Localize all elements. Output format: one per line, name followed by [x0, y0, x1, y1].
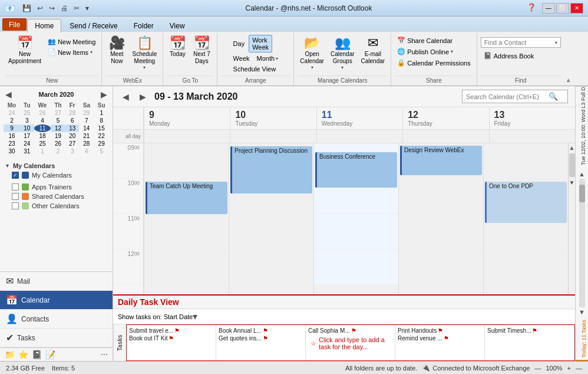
my-calendars-header[interactable]: ▼ My Calendars — [5, 161, 108, 170]
mini-cal-day-29[interactable]: 29 — [94, 140, 109, 147]
notes-icon[interactable]: 📝 — [45, 350, 55, 359]
mini-cal-day-2[interactable]: 2 — [4, 117, 20, 124]
mini-cal-day-15[interactable]: 15 — [94, 124, 109, 132]
mini-cal-day-24[interactable]: 24 — [20, 140, 34, 147]
day-button[interactable]: Day — [230, 35, 248, 53]
calendar-permissions-button[interactable]: 🔒 Calendar Permissions — [395, 58, 473, 68]
nav-mail[interactable]: ✉ Mail — [0, 272, 113, 291]
nav-calendar[interactable]: 📅 Calendar — [0, 291, 113, 310]
nav-pane-expand[interactable]: ⋯ — [101, 350, 108, 359]
apps-trainers-item[interactable]: Apps Trainers — [5, 182, 108, 192]
task-flag-call-sophia[interactable]: ⚑ — [351, 327, 356, 334]
scroll-thumb[interactable] — [569, 153, 575, 177]
mini-cal-day-1[interactable]: 1 — [94, 109, 109, 117]
task-flag-submit-travel[interactable]: ⚑ — [174, 327, 180, 334]
task-flag-book-annual[interactable]: ⚑ — [263, 327, 268, 334]
shared-calendars-checkbox[interactable] — [12, 193, 19, 200]
zoom-in-button[interactable]: + — [567, 365, 571, 372]
cal-search-box[interactable]: 🔍 — [462, 90, 568, 103]
mini-cal-day-27[interactable]: 27 — [51, 109, 65, 117]
mini-cal-day-8[interactable]: 8 — [94, 117, 109, 124]
my-calendars-checkbox[interactable] — [12, 172, 19, 179]
event-one-to-one[interactable]: One to One PDP — [485, 182, 567, 223]
rs-scroll-thumb[interactable] — [579, 185, 585, 202]
my-calendars-item[interactable]: My Calendars — [5, 170, 108, 180]
mini-cal-day-12[interactable]: 12 — [51, 124, 65, 132]
week-button[interactable]: Week — [230, 54, 253, 63]
mini-cal-day-28[interactable]: 28 — [65, 109, 79, 117]
month-button[interactable]: Month ▾ — [254, 54, 282, 63]
mini-cal-day-9[interactable]: 9 — [4, 124, 20, 132]
restore-button[interactable]: ⬜ — [556, 3, 569, 14]
cal-search-input[interactable] — [466, 93, 549, 100]
cal-next-button[interactable]: ▶ — [137, 91, 148, 103]
qa-dropdown[interactable]: ▾ — [84, 4, 91, 13]
schedule-meeting-button[interactable]: 📋 ScheduleMeeting ▾ — [130, 35, 159, 72]
mini-cal-day-26[interactable]: 26 — [34, 109, 51, 117]
mini-cal-day-29[interactable]: 29 — [79, 109, 94, 117]
folder-icon[interactable]: 📁 — [5, 350, 15, 359]
mini-cal-day-18[interactable]: 18 — [34, 132, 51, 140]
mini-cal-day-5[interactable]: 5 — [94, 147, 109, 155]
qa-redo[interactable]: ↪ — [47, 4, 57, 13]
new-items-button[interactable]: 📄 New Items ▾ — [45, 47, 98, 57]
mini-cal-day-4[interactable]: 4 — [79, 147, 94, 155]
event-design-review[interactable]: Design Review WebEx — [400, 146, 482, 175]
mini-cal-day-25[interactable]: 25 — [34, 140, 51, 147]
mini-cal-day-7[interactable]: 7 — [79, 117, 94, 124]
mini-cal-day-2[interactable]: 2 — [51, 147, 65, 155]
mini-cal-day-10[interactable]: 10 — [20, 124, 34, 132]
mini-cal-day-5[interactable]: 5 — [51, 117, 65, 124]
tab-send-receive[interactable]: Send / Receive — [62, 19, 125, 32]
nav-contacts[interactable]: 👤 Contacts — [0, 310, 113, 329]
other-calendars-checkbox[interactable] — [12, 202, 19, 209]
mini-cal-day-6[interactable]: 6 — [65, 117, 79, 124]
tab-home[interactable]: Home — [27, 19, 61, 32]
mini-cal-day-26[interactable]: 26 — [51, 140, 65, 147]
cal-prev-button[interactable]: ◀ — [120, 91, 131, 103]
scroll-down-arrow[interactable]: ▼ — [569, 178, 575, 187]
task-flag-book-it[interactable]: ⚑ — [169, 335, 174, 342]
task-add-prompt[interactable]: ☆ Click and type to add a task for the d… — [308, 335, 392, 352]
rs-scroll-track[interactable] — [579, 179, 585, 307]
mini-cal-day-21[interactable]: 21 — [79, 132, 94, 140]
rs-scroll-down[interactable]: ▼ — [578, 308, 586, 316]
rs-scroll-up[interactable]: ▲ — [578, 170, 586, 178]
other-calendars-item[interactable]: Other Calendars — [5, 201, 108, 211]
find-contact-input[interactable] — [484, 39, 555, 46]
email-calendar-button[interactable]: ✉ E-mailCalendar — [359, 35, 388, 67]
mini-cal-day-14[interactable]: 14 — [79, 124, 94, 132]
address-book-button[interactable]: 📓 Address Book — [481, 51, 537, 61]
new-appointment-button[interactable]: 📅 NewAppointment — [6, 35, 44, 67]
mini-cal-day-20[interactable]: 20 — [65, 132, 79, 140]
minimize-button[interactable]: — — [542, 3, 555, 14]
publish-online-button[interactable]: 🌐 Publish Online ▾ — [395, 47, 455, 57]
shortcut-icon[interactable]: ⭐ — [18, 350, 28, 359]
mini-cal-day-11[interactable]: 11 — [34, 124, 51, 132]
mini-cal-day-4[interactable]: 4 — [34, 117, 51, 124]
apps-trainers-checkbox[interactable] — [12, 183, 19, 191]
journal-icon[interactable]: 📓 — [32, 350, 42, 359]
task-flag-remind[interactable]: ⚑ — [444, 335, 449, 342]
qa-undo[interactable]: ↩ — [35, 4, 45, 13]
tab-file[interactable]: File — [2, 18, 27, 31]
task-flag-get-quotes[interactable]: ⚑ — [263, 335, 268, 342]
mini-cal-day-22[interactable]: 22 — [94, 132, 109, 140]
cal-scrollbar[interactable]: ▲ ▼ — [568, 143, 575, 294]
mini-cal-day-17[interactable]: 17 — [20, 132, 34, 140]
task-flag-print[interactable]: ⚑ — [438, 327, 443, 334]
mini-cal-day-24[interactable]: 24 — [4, 109, 20, 117]
qa-print[interactable]: 🖨 — [59, 4, 70, 13]
qa-save[interactable]: 💾 — [21, 4, 33, 13]
mini-cal-day-25[interactable]: 25 — [20, 109, 34, 117]
share-calendar-button[interactable]: 📅 Share Calendar — [395, 35, 455, 45]
mini-cal-day-13[interactable]: 13 — [65, 124, 79, 132]
work-week-button[interactable]: WorkWeek — [249, 35, 272, 53]
mini-cal-day-16[interactable]: 16 — [4, 132, 20, 140]
next7days-button[interactable]: 📆 Next 7Days — [190, 35, 213, 67]
qa-cut[interactable]: ✂ — [72, 4, 81, 13]
schedule-view-button[interactable]: Schedule View — [230, 64, 279, 74]
open-calendar-button[interactable]: 📂 OpenCalendar ▾ — [298, 35, 326, 72]
nav-tasks[interactable]: ✔ Tasks — [0, 329, 113, 347]
tab-view[interactable]: View — [162, 19, 193, 32]
